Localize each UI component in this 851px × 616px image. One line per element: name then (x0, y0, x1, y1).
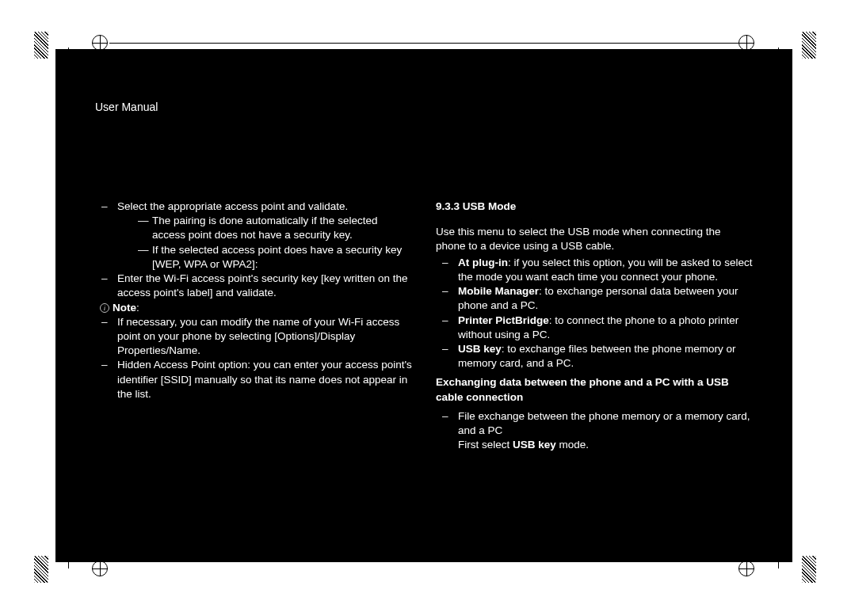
registration-target-icon (92, 35, 108, 51)
list-item: File exchange between the phone memory o… (436, 409, 753, 453)
list-item: Enter the Wi-Fi access point's security … (95, 272, 412, 300)
option-name: Printer PictBridge (458, 314, 549, 326)
right-column: 9.3.3 USB Mode Use this menu to select t… (436, 200, 753, 453)
header-rule (109, 43, 738, 44)
crop-mark (778, 60, 792, 61)
registration-hatch (34, 556, 48, 583)
option-name: Mobile Manager (458, 285, 539, 297)
info-icon: i (100, 303, 109, 313)
inline-bold: USB key (513, 439, 556, 451)
list-item: Hidden Access Point option: you can ente… (95, 358, 412, 401)
list-item: Select the appropriate access point and … (95, 200, 412, 272)
page-root: 254073788_P'0523_FCC-US_en.book Page 47 … (0, 0, 851, 616)
list-item: Mobile Manager: to exchange personal dat… (436, 284, 753, 313)
option-name: USB key (458, 343, 502, 355)
subsection-heading: Exchanging data between the phone and a … (436, 375, 753, 404)
body-text: First select (458, 439, 513, 451)
body-text: Select the appropriate access point and … (117, 200, 348, 212)
body-text: File exchange between the phone memory o… (458, 410, 750, 436)
list-item: If necessary, you can modify the name of… (95, 315, 412, 359)
document-page: User Manual Select the appropriate acces… (55, 49, 792, 562)
list-item: At plug-in: if you select this option, y… (436, 256, 753, 284)
crop-mark (778, 48, 779, 62)
crop-mark (778, 554, 779, 568)
body-text: Use this menu to select the USB mode whe… (436, 225, 753, 253)
crop-mark (68, 554, 69, 568)
body-text: mode. (556, 439, 589, 451)
registration-target-icon (92, 561, 108, 576)
registration-target-icon (738, 35, 754, 51)
note-label: Note (113, 302, 136, 314)
option-name: At plug-in (458, 257, 508, 268)
registration-hatch (34, 32, 48, 59)
registration-target-icon (738, 561, 754, 576)
registration-hatch (802, 556, 816, 583)
crop-mark (68, 48, 69, 62)
content-columns: Select the appropriate access point and … (95, 200, 753, 453)
section-heading: 9.3.3 USB Mode (436, 200, 753, 214)
sub-list-item: If the selected access point does have a… (117, 243, 412, 272)
note-row: i Note: (95, 301, 412, 315)
sub-list-item: The pairing is done automatically if the… (117, 214, 412, 242)
doc-title: User Manual (95, 101, 158, 113)
registration-hatch (802, 32, 816, 59)
list-item: Printer PictBridge: to connect the phone… (436, 314, 753, 342)
note-colon: : (136, 302, 139, 314)
left-column: Select the appropriate access point and … (95, 200, 412, 453)
crop-mark (778, 554, 792, 555)
list-item: USB key: to exchange files between the p… (436, 342, 753, 371)
